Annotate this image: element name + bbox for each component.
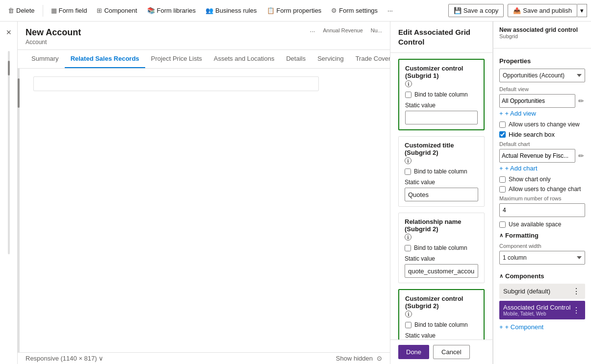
tab-related-sales[interactable]: Related Sales Records	[65, 50, 145, 68]
toggle-icon[interactable]: ⊙	[377, 355, 382, 362]
search-box-preview[interactable]	[33, 76, 319, 91]
info-icon-4[interactable]: ℹ	[405, 311, 412, 317]
section-title-customizer1: Customizer control (Subgrid 1)	[405, 65, 478, 79]
allow-change-view-checkbox[interactable]	[499, 121, 506, 128]
business-rules-button[interactable]: 👥 Business rules	[202, 5, 261, 16]
bind-checkbox-row-2: Bind to table column	[405, 168, 478, 175]
table-select[interactable]: Opportunities (Account)	[499, 69, 585, 82]
properties-title: Properties	[499, 57, 585, 65]
vertical-scrollbar[interactable]	[8, 51, 10, 254]
form-properties-icon: 📋	[267, 7, 275, 14]
show-chart-only-checkbox[interactable]	[499, 176, 506, 183]
responsive-label[interactable]: Responsive (1140 × 817) ∨	[26, 355, 103, 362]
max-rows-input[interactable]	[499, 203, 585, 217]
delete-button[interactable]: 🗑 Delete	[4, 5, 39, 16]
bind-checkbox-4[interactable]	[405, 322, 411, 328]
save-publish-button[interactable]: 📤 Save and publish	[508, 4, 577, 17]
tab-servicing[interactable]: Servicing	[311, 50, 349, 68]
more-form-icon[interactable]: ···	[310, 27, 315, 35]
default-view-edit-button[interactable]: ✏	[577, 96, 585, 106]
component-width-label: Component width	[499, 243, 585, 249]
default-chart-select[interactable]: Actual Revenue by Fisc...	[499, 149, 575, 163]
component-highlighted-item[interactable]: Associated Grid Control Mobile, Tablet, …	[499, 301, 585, 319]
save-copy-icon: 💾	[454, 7, 462, 14]
static-input-2[interactable]	[405, 188, 478, 201]
formatting-chevron[interactable]: ∧	[499, 232, 503, 239]
allow-change-view-item: Allow users to change view	[499, 121, 585, 128]
form-header: New Account Account ··· Annual Revenue N…	[18, 22, 390, 50]
hide-search-box-label: Hide search box	[509, 131, 555, 138]
right-panel-scroll: Properties Opportunities (Account) Defau…	[493, 49, 591, 364]
section-info-4: ℹ	[405, 311, 478, 317]
tab-assets[interactable]: Assets and Locations	[208, 50, 281, 68]
edit-panel-header: Edit Associated Grid Control	[390, 22, 492, 53]
default-view-select[interactable]: All Opportunities	[499, 94, 575, 108]
static-input-3[interactable]	[405, 264, 478, 278]
header-col1: Annual Revenue	[323, 27, 362, 35]
sidebar-close-button[interactable]: ✕	[2, 25, 16, 39]
show-chart-only-item: Show chart only	[499, 176, 585, 183]
section-info-3: ℹ	[405, 234, 478, 241]
form-properties-button[interactable]: 📋 Form properties	[263, 5, 326, 16]
form-settings-button[interactable]: ⚙ Form settings	[327, 5, 382, 16]
component-default-more-button[interactable]: ⋮	[571, 287, 581, 296]
hide-search-box-checkbox[interactable]	[499, 131, 506, 138]
form-field-button[interactable]: ▦ Form field	[47, 5, 91, 16]
default-chart-edit-button[interactable]: ✏	[577, 151, 585, 161]
footer-bar: Responsive (1140 × 817) ∨ Show hidden ⊙	[18, 352, 390, 364]
component-highlighted-more-button[interactable]: ⋮	[571, 306, 581, 315]
show-hidden-label[interactable]: Show hidden	[336, 355, 373, 362]
bind-checkbox-3[interactable]	[405, 245, 411, 251]
component-highlighted-label: Associated Grid Control	[503, 304, 570, 311]
add-view-button[interactable]: + + Add view	[499, 110, 536, 117]
component-default-item[interactable]: Subgrid (default) ⋮	[499, 284, 585, 299]
subgrid-section-relationship2: Relationship name (Subgrid 2) ℹ Bind to …	[398, 213, 485, 283]
component-button[interactable]: ⊞ Component	[93, 5, 141, 16]
tab-project-price[interactable]: Project Price Lists	[145, 50, 208, 68]
save-copy-button[interactable]: 💾 Save a copy	[448, 4, 504, 17]
default-chart-label: Default chart	[499, 141, 585, 147]
form-tabs: Summary Related Sales Records Project Pr…	[18, 50, 390, 69]
component-sub-label: Mobile, Tablet, Web	[503, 311, 570, 316]
hide-search-box-item: Hide search box	[499, 131, 585, 138]
tab-details[interactable]: Details	[280, 50, 311, 68]
add-chart-button[interactable]: + + Add chart	[499, 165, 538, 172]
bind-label-3: Bind to table column	[414, 244, 467, 251]
bind-checkbox-row-4: Bind to table column	[405, 321, 478, 328]
tab-trade[interactable]: Trade Coverages	[350, 50, 390, 68]
edit-panel-scroll: Customizer control (Subgrid 1) ℹ Bind to…	[390, 53, 492, 340]
static-input-1[interactable]	[405, 111, 478, 124]
save-publish-chevron-button[interactable]: ▾	[577, 4, 587, 17]
form-field-icon: ▦	[51, 7, 57, 14]
tab-summary[interactable]: Summary	[26, 50, 65, 68]
subgrid-section-customizer1: Customizer control (Subgrid 1) ℹ Bind to…	[398, 59, 485, 130]
use-available-space-checkbox[interactable]	[499, 221, 506, 228]
default-view-label: Default view	[499, 86, 585, 92]
form-area: New Account Account ··· Annual Revenue N…	[18, 22, 390, 364]
scroll-thumb-inner	[18, 78, 20, 108]
component-highlighted-group: Associated Grid Control Mobile, Tablet, …	[503, 304, 570, 316]
done-button[interactable]: Done	[398, 345, 429, 359]
form-libraries-button[interactable]: 📚 Form libraries	[143, 5, 200, 16]
info-icon-1[interactable]: ℹ	[405, 80, 412, 87]
info-icon-2[interactable]: ℹ	[405, 157, 411, 164]
allow-change-chart-checkbox[interactable]	[499, 186, 506, 193]
scroll-thumb	[8, 61, 10, 75]
bind-label-2: Bind to table column	[414, 168, 467, 175]
component-width-select[interactable]: 1 column	[499, 251, 585, 265]
formatting-title: ∧ Formatting	[499, 232, 585, 239]
bind-checkbox-2[interactable]	[405, 169, 411, 175]
save-publish-icon: 📤	[513, 7, 521, 14]
components-chevron[interactable]: ∧	[499, 273, 503, 279]
more-toolbar-button[interactable]: ···	[384, 5, 397, 16]
left-sidebar: ✕	[0, 22, 18, 364]
cancel-button[interactable]: Cancel	[433, 345, 469, 359]
add-component-button[interactable]: + + Component	[499, 321, 543, 333]
main-layout: ✕ New Account Account ··· Annual Revenue…	[0, 22, 591, 364]
add-chart-icon: +	[499, 165, 503, 172]
bind-checkbox-1[interactable]	[405, 92, 411, 98]
info-icon-3[interactable]: ℹ	[405, 234, 411, 241]
section-title-title2: Customized title (Subgrid 2)	[405, 142, 478, 156]
use-available-space-label: Use available space	[509, 221, 561, 228]
edit-panel: Edit Associated Grid Control Customizer …	[390, 22, 493, 364]
